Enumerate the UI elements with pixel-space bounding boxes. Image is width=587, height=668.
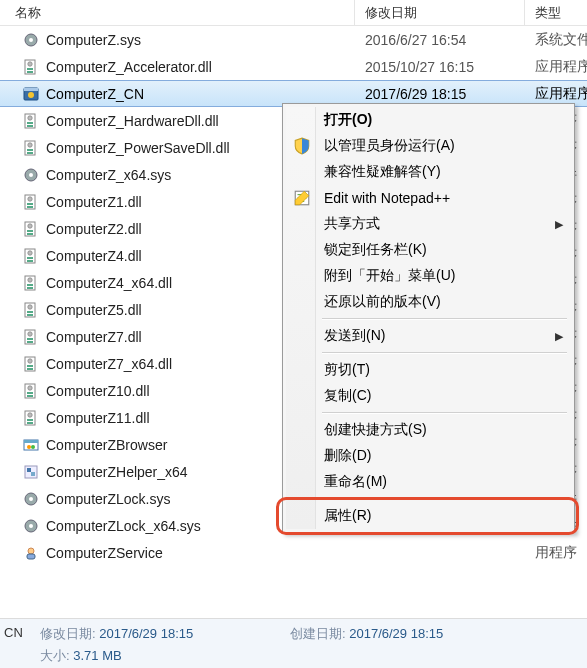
status-filename-suffix: CN xyxy=(0,625,40,640)
context-menu-item[interactable]: 以管理员身份运行(A) xyxy=(286,133,571,159)
status-bar: CN 修改日期: 2017/6/29 18:15 大小: 3.71 MB 创建日… xyxy=(0,618,587,668)
file-name: ComputerZ_x64.sys xyxy=(46,167,171,183)
service-icon xyxy=(22,544,40,562)
file-name: ComputerZ7.dll xyxy=(46,329,142,345)
col-header-name[interactable]: 名称 xyxy=(0,0,355,25)
svg-point-46 xyxy=(28,358,32,362)
context-menu-label: 复制(C) xyxy=(324,387,371,405)
svg-point-58 xyxy=(31,445,35,449)
svg-rect-24 xyxy=(27,230,33,232)
dll-icon xyxy=(22,409,40,427)
file-type: 应用程序 xyxy=(525,85,587,103)
browser-icon xyxy=(22,436,40,454)
context-menu-item[interactable]: 复制(C) xyxy=(286,383,571,409)
svg-rect-4 xyxy=(27,71,33,73)
svg-point-8 xyxy=(28,92,34,98)
context-menu-item[interactable]: 附到「开始」菜单(U) xyxy=(286,263,571,289)
file-name: ComputerZ5.dll xyxy=(46,302,142,318)
svg-point-57 xyxy=(27,445,31,449)
svg-rect-53 xyxy=(27,422,33,424)
file-name: ComputerZ_CN xyxy=(46,86,144,102)
context-menu-item[interactable]: 删除(D) xyxy=(286,443,571,469)
context-menu-item[interactable]: 共享方式▶ xyxy=(286,211,571,237)
svg-point-1 xyxy=(29,38,33,42)
svg-rect-20 xyxy=(27,203,33,205)
status-mod-label: 修改日期: xyxy=(40,626,96,641)
context-menu-item[interactable]: 剪切(T) xyxy=(286,357,571,383)
file-type: 系统文件 xyxy=(525,31,587,49)
svg-rect-56 xyxy=(24,440,38,443)
context-menu-item[interactable]: 属性(R) xyxy=(286,503,571,529)
context-menu-item[interactable]: 锁定到任务栏(K) xyxy=(286,237,571,263)
context-menu-separator xyxy=(322,412,567,414)
svg-rect-52 xyxy=(27,419,33,421)
svg-rect-60 xyxy=(27,468,31,472)
context-menu-item[interactable]: 兼容性疑难解答(Y) xyxy=(286,159,571,185)
dll-icon xyxy=(22,355,40,373)
svg-point-38 xyxy=(28,304,32,308)
svg-rect-61 xyxy=(31,472,35,476)
svg-rect-28 xyxy=(27,257,33,259)
context-menu-label: 剪切(T) xyxy=(324,361,370,379)
context-menu-label: 发送到(N) xyxy=(324,327,385,345)
context-menu-label: 打开(O) xyxy=(324,111,372,129)
svg-rect-21 xyxy=(27,206,33,208)
app-icon xyxy=(22,85,40,103)
svg-point-54 xyxy=(28,412,32,416)
file-row[interactable]: ComputerZ_Accelerator.dll2015/10/27 16:1… xyxy=(0,53,587,80)
context-menu-label: 锁定到任务栏(K) xyxy=(324,241,427,259)
svg-rect-48 xyxy=(27,392,33,394)
gear-icon xyxy=(22,31,40,49)
file-type: 应用程序 xyxy=(525,58,587,76)
file-name: ComputerZ4_x64.dll xyxy=(46,275,172,291)
file-date: 2017/6/29 18:15 xyxy=(355,86,525,102)
context-menu-item[interactable]: 重命名(M) xyxy=(286,469,571,495)
svg-rect-10 xyxy=(27,122,33,124)
file-name: ComputerZ7_x64.dll xyxy=(46,356,172,372)
context-menu-item[interactable]: 创建快捷方式(S) xyxy=(286,417,571,443)
file-row[interactable]: ComputerZ.sys2016/6/27 16:54系统文件 xyxy=(0,26,587,53)
dll-icon xyxy=(22,301,40,319)
dll-icon xyxy=(22,58,40,76)
file-name: ComputerZLock.sys xyxy=(46,491,170,507)
svg-rect-11 xyxy=(27,125,33,127)
svg-rect-67 xyxy=(27,554,35,559)
svg-point-26 xyxy=(28,223,32,227)
svg-point-50 xyxy=(28,385,32,389)
file-name: ComputerZ1.dll xyxy=(46,194,142,210)
file-type: 用程序 xyxy=(525,544,587,562)
col-header-type[interactable]: 类型 xyxy=(525,0,587,25)
file-name: ComputerZ_PowerSaveDll.dll xyxy=(46,140,230,156)
context-menu-label: 创建快捷方式(S) xyxy=(324,421,427,439)
file-row[interactable]: ComputerZService用程序 xyxy=(0,539,587,566)
svg-point-18 xyxy=(29,173,33,177)
file-name: ComputerZBrowser xyxy=(46,437,167,453)
file-name: ComputerZ10.dll xyxy=(46,383,150,399)
dll-icon xyxy=(22,193,40,211)
svg-point-12 xyxy=(28,115,32,119)
svg-rect-49 xyxy=(27,395,33,397)
gear-icon xyxy=(22,490,40,508)
dll-icon xyxy=(22,112,40,130)
svg-point-65 xyxy=(29,524,33,528)
gear-icon xyxy=(22,517,40,535)
file-name: ComputerZ_Accelerator.dll xyxy=(46,59,212,75)
context-menu-item[interactable]: Edit with Notepad++ xyxy=(286,185,571,211)
file-name: ComputerZ2.dll xyxy=(46,221,142,237)
context-menu-separator xyxy=(322,498,567,500)
shield-icon xyxy=(293,137,311,155)
context-menu-item[interactable]: 发送到(N)▶ xyxy=(286,323,571,349)
status-size-value: 3.71 MB xyxy=(73,648,121,663)
col-header-date[interactable]: 修改日期 xyxy=(355,0,525,25)
context-menu-item[interactable]: 打开(O) xyxy=(286,107,571,133)
file-name: ComputerZService xyxy=(46,545,163,561)
context-menu-label: 重命名(M) xyxy=(324,473,387,491)
context-menu-item[interactable]: 还原以前的版本(V) xyxy=(286,289,571,315)
status-create-value: 2017/6/29 18:15 xyxy=(349,626,443,641)
context-menu-label: 兼容性疑难解答(Y) xyxy=(324,163,441,181)
column-header: 名称 修改日期 类型 xyxy=(0,0,587,26)
svg-rect-29 xyxy=(27,260,33,262)
svg-point-16 xyxy=(28,142,32,146)
svg-rect-7 xyxy=(24,88,38,91)
svg-rect-15 xyxy=(27,152,33,154)
